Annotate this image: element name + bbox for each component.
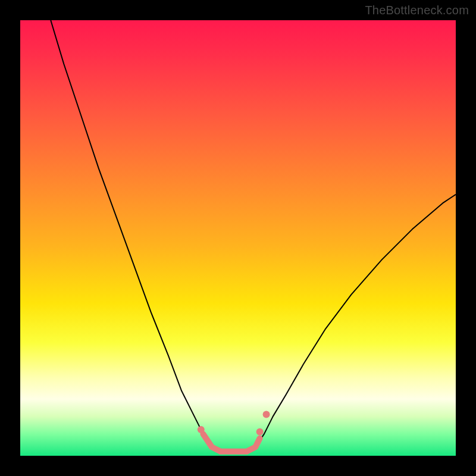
watermark-text: TheBottleneck.com	[365, 4, 469, 17]
plot-area	[20, 20, 456, 456]
marker-0	[198, 426, 205, 433]
chart-frame: TheBottleneck.com	[0, 0, 476, 476]
plot-svg	[20, 20, 456, 456]
marker-2	[263, 411, 270, 418]
marker-1	[256, 428, 264, 436]
series-left-curve	[51, 20, 212, 447]
series-right-curve	[255, 195, 456, 447]
series-trough-highlight	[203, 434, 259, 451]
